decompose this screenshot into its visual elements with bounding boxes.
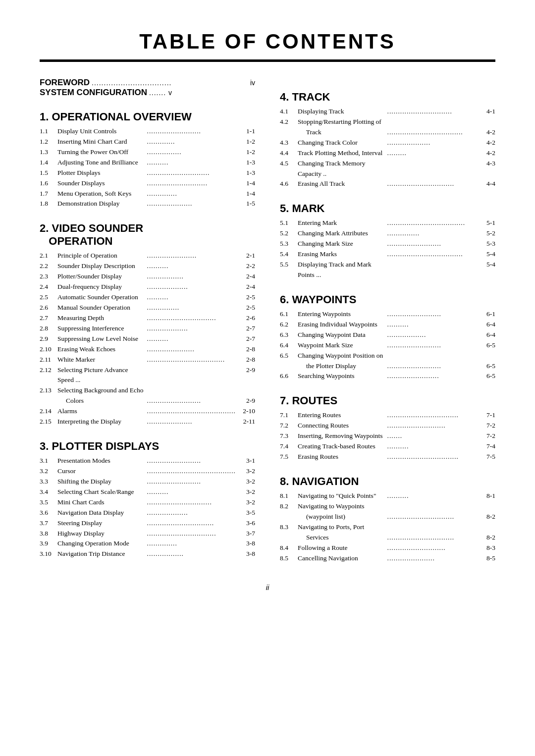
foreword-dots: ................................. xyxy=(90,79,250,87)
list-item: 2.8Suppressing Interference.............… xyxy=(40,324,255,334)
section-2: 2. VIDEO SOUNDER OPERATION 2.1Principle … xyxy=(40,222,255,427)
list-item: 5.1Entering Mark........................… xyxy=(280,218,495,228)
list-item: 8.2 Navigating to Waypoints (waypoint li… xyxy=(280,501,495,522)
list-item: 6.1Entering Waypoints...................… xyxy=(280,309,495,320)
list-item: 1.1Display Unit Controls................… xyxy=(40,126,255,137)
section-1-entries: 1.1Display Unit Controls................… xyxy=(40,126,255,209)
list-item: 2.1Principle of Operation...............… xyxy=(40,251,255,261)
list-item: 2.9Suppressing Low Level Noise..........… xyxy=(40,334,255,344)
list-item: 4.2 Stopping/Restarting Plotting of Trac… xyxy=(280,117,495,138)
list-item: 1.3Turning the Power On/Off.............… xyxy=(40,147,255,158)
section-4-entries: 4.1Displaying Track.....................… xyxy=(280,107,495,189)
section-2-title: 2. VIDEO SOUNDER OPERATION xyxy=(40,222,255,248)
section-1: 1. OPERATIONAL OVERVIEW 1.1Display Unit … xyxy=(40,110,255,209)
foreword-line-1: FOREWORD ...............................… xyxy=(40,78,255,88)
left-column: FOREWORD ...............................… xyxy=(40,78,255,563)
list-item: 2.15Interpreting the Display............… xyxy=(40,417,255,427)
list-item: 8.3 Navigating to Ports, Port Services..… xyxy=(280,522,495,543)
list-item: 3.8Highway Display......................… xyxy=(40,529,255,539)
list-item: 1.7Menu Operation, Soft Keys............… xyxy=(40,189,255,199)
list-item: 3.7Steering Display.....................… xyxy=(40,518,255,529)
section-4: 4. TRACK 4.1Displaying Track............… xyxy=(280,91,495,189)
list-item: 4.1Displaying Track.....................… xyxy=(280,107,495,117)
list-item: 3.4Selecting Chart Scale/Range..........… xyxy=(40,487,255,497)
section-6-entries: 6.1Entering Waypoints...................… xyxy=(280,309,495,381)
list-item: 1.2Inserting Mini Chart Card............… xyxy=(40,137,255,147)
list-item: 4.6Erasing All Track....................… xyxy=(280,179,495,189)
list-item: 1.4Adjusting Tone and Brilliance........… xyxy=(40,158,255,168)
section-3-title: 3. PLOTTER DISPLAYS xyxy=(40,440,255,453)
list-item: 2.13 Selecting Background and Echo Color… xyxy=(40,385,255,406)
list-item: 6.4Waypoint Mark Size...................… xyxy=(280,340,495,351)
list-item: 2.10Erasing Weak Echoes.................… xyxy=(40,344,255,355)
sysconfig-dots: ....... v xyxy=(147,89,255,97)
list-item: 3.9Changing Operation Mode..............… xyxy=(40,539,255,549)
list-item: 5.2Changing Mark Attributes.............… xyxy=(280,228,495,239)
section-6: 6. WAYPOINTS 6.1Entering Waypoints......… xyxy=(280,293,495,381)
list-item: 7.3Inserting, Removing Waypoints.......7… xyxy=(280,431,495,441)
list-item: 7.1Entering Routes......................… xyxy=(280,410,495,421)
list-item: 4.3Changing Track Color.................… xyxy=(280,138,495,148)
list-item: 2.14Alarms..............................… xyxy=(40,406,255,417)
list-item: 5.4Erasing Marks........................… xyxy=(280,249,495,260)
list-item: 7.5Erasing Routes.......................… xyxy=(280,452,495,462)
list-item: 8.1Navigating to "Quick Points".........… xyxy=(280,491,495,501)
list-item: 5.5Displaying Track and Mark Points ...5… xyxy=(280,260,495,280)
list-item: 6.6Searching Waypoints..................… xyxy=(280,371,495,381)
list-item: 2.2Sounder Display Description..........… xyxy=(40,261,255,271)
list-item: 8.5Cancelling Navigation................… xyxy=(280,553,495,564)
foreword-block: FOREWORD ...............................… xyxy=(40,78,255,98)
list-item: 2.7Measuring Depth......................… xyxy=(40,313,255,324)
section-8: 8. NAVIGATION 8.1Navigating to "Quick Po… xyxy=(280,475,495,563)
list-item: 2.4Dual-frequency Display...............… xyxy=(40,282,255,292)
page: TABLE OF CONTENTS FOREWORD .............… xyxy=(0,0,535,756)
list-item: 3.5Mini Chart Cards.....................… xyxy=(40,497,255,508)
toc-body: FOREWORD ...............................… xyxy=(40,78,495,563)
list-item: 2.3Plotter/Sounder Display..............… xyxy=(40,271,255,282)
list-item: 2.11White Marker........................… xyxy=(40,355,255,365)
foreword-page: iv xyxy=(250,79,255,87)
list-item: 5.3Changing Mark Size...................… xyxy=(280,239,495,249)
section-8-title: 8. NAVIGATION xyxy=(280,475,495,488)
list-item: 1.5Plotter Displays.....................… xyxy=(40,168,255,178)
list-item: 8.4Following a Route....................… xyxy=(280,543,495,553)
list-item: 4.5Changing Track Memory Capacity ..4-3 xyxy=(280,159,495,179)
list-item: 7.2Connecting Routes....................… xyxy=(280,421,495,431)
sysconfig-line: SYSTEM CONFIGURATION ....... v xyxy=(40,88,255,98)
section-3-entries: 3.1Presentation Modes...................… xyxy=(40,456,255,559)
list-item: 6.5 Changing Waypoint Position on the Pl… xyxy=(280,351,495,372)
section-5-title: 5. MARK xyxy=(280,202,495,215)
section-5: 5. MARK 5.1Entering Mark................… xyxy=(280,202,495,280)
list-item: 2.12Selecting Picture Advance Speed ...2… xyxy=(40,365,255,386)
section-4-title: 4. TRACK xyxy=(280,91,495,104)
list-item: 4.4Track Plotting Method, Interval......… xyxy=(280,148,495,159)
list-item: 2.6Manual Sounder Operation.............… xyxy=(40,303,255,313)
list-item: 1.8Demonstration Display................… xyxy=(40,199,255,209)
section-5-entries: 5.1Entering Mark........................… xyxy=(280,218,495,280)
list-item: 3.1Presentation Modes...................… xyxy=(40,456,255,466)
section-2-entries: 2.1Principle of Operation...............… xyxy=(40,251,255,427)
foreword-label: FOREWORD xyxy=(40,78,90,88)
list-item: 3.10Navigation Trip Distance............… xyxy=(40,549,255,559)
section-8-entries: 8.1Navigating to "Quick Points".........… xyxy=(280,491,495,563)
list-item: 7.4Creating Track-based Routes..........… xyxy=(280,441,495,452)
title-rule xyxy=(40,59,495,62)
page-title: TABLE OF CONTENTS xyxy=(40,30,495,54)
list-item: 3.6Navigation Data Display..............… xyxy=(40,508,255,518)
sysconfig-label: SYSTEM CONFIGURATION xyxy=(40,88,147,98)
list-item: 6.3Changing Waypoint Data...............… xyxy=(280,330,495,340)
section-7: 7. ROUTES 7.1Entering Routes............… xyxy=(280,394,495,462)
list-item: 3.2Cursor...............................… xyxy=(40,466,255,477)
section-1-title: 1. OPERATIONAL OVERVIEW xyxy=(40,110,255,123)
section-6-title: 6. WAYPOINTS xyxy=(280,293,495,306)
list-item: 3.3Shifting the Display.................… xyxy=(40,477,255,487)
list-item: 1.6Sounder Displays.....................… xyxy=(40,178,255,189)
section-7-title: 7. ROUTES xyxy=(280,394,495,407)
page-number: ii xyxy=(40,583,495,592)
list-item: 2.5Automatic Sounder Operation..........… xyxy=(40,292,255,303)
right-column: 4. TRACK 4.1Displaying Track............… xyxy=(280,78,495,563)
list-item: 6.2Erasing Individual Waypoints.........… xyxy=(280,320,495,330)
section-3: 3. PLOTTER DISPLAYS 3.1Presentation Mode… xyxy=(40,440,255,559)
section-7-entries: 7.1Entering Routes......................… xyxy=(280,410,495,462)
